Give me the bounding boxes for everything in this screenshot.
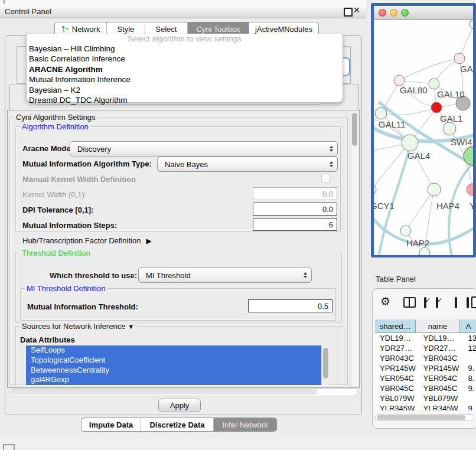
node-partial-bottom[interactable] xyxy=(419,247,430,255)
table-row[interactable]: YPR145WYPR145W9. xyxy=(375,363,476,373)
combo-arrows-icon xyxy=(330,159,333,169)
menu-item-dream8[interactable]: Dream8 DC_TDC Algorithm xyxy=(27,95,343,105)
settings-vertical-scrollbar-thumb[interactable] xyxy=(352,113,357,146)
table-horizontal-scrollbar[interactable] xyxy=(375,414,474,421)
cell-value: 9. xyxy=(464,403,476,410)
node-gcy1[interactable] xyxy=(374,184,376,195)
node-gal10[interactable] xyxy=(429,79,439,89)
top-strip xyxy=(0,0,366,5)
cell-name: YBL079W xyxy=(419,393,464,403)
aracne-mode-combo[interactable]: Discovery xyxy=(70,141,338,156)
network-tab-icon xyxy=(61,25,69,33)
float-window-button[interactable] xyxy=(344,8,353,17)
which-threshold-combo[interactable]: MI Threshold xyxy=(138,268,312,283)
cell-shared-name: YDL19… xyxy=(375,333,419,343)
node-label: Y xyxy=(470,201,473,211)
tab-infer-network[interactable]: Infer Network xyxy=(214,418,276,431)
apply-button[interactable]: Apply xyxy=(158,399,201,412)
data-attributes-list[interactable]: SelfLoops TopologicalCoefficient Between… xyxy=(26,345,330,385)
sources-title-text: Sources for Network Inference xyxy=(22,322,126,331)
column-header-partial[interactable]: A xyxy=(460,319,476,332)
threshold-definition-title: Threshold Definition xyxy=(20,249,92,257)
column-header-shared-name[interactable]: shared… xyxy=(375,319,416,332)
node-hap2[interactable] xyxy=(400,226,411,236)
mi-steps-field[interactable]: 6 xyxy=(253,218,337,231)
list-item-selfloops[interactable]: SelfLoops xyxy=(26,345,330,356)
settings-vertical-scrollbar[interactable] xyxy=(351,111,358,386)
list-item-gal4rgexp[interactable]: gal4RGexp xyxy=(26,375,330,385)
node-partial-top[interactable] xyxy=(470,20,473,29)
cell-name: YBR045C xyxy=(419,383,464,393)
mi-threshold-field[interactable]: 0.5 xyxy=(248,299,332,312)
mi-threshold-value: 0.5 xyxy=(318,302,328,311)
cyni-algorithm-settings-title: Cyni Algorithm Settings xyxy=(14,113,97,122)
list-item-betweennesscentrality[interactable]: BetweennessCentrality xyxy=(26,366,330,376)
hub-definition-toggle[interactable]: Hub/Transcription Factor Definition ▶ xyxy=(22,236,152,245)
tab-discretize-label: Discretize Data xyxy=(149,420,204,429)
tab-jactivemnodules-label: jActiveMNodules xyxy=(255,25,312,34)
node-gal80[interactable] xyxy=(394,75,405,86)
settings-horizontal-scrollbar-thumb[interactable] xyxy=(10,389,317,394)
node-gal1[interactable] xyxy=(431,102,442,113)
close-traffic-light[interactable] xyxy=(379,9,386,17)
kernel-width-field[interactable]: 0.0 xyxy=(253,187,337,200)
table-row[interactable]: YER054CYER054C8. xyxy=(375,373,476,383)
table-horizontal-scrollbar-thumb[interactable] xyxy=(377,415,465,420)
node-y-partial[interactable] xyxy=(467,184,473,195)
network-canvas[interactable]: GAL GAL80 GAL10 GAL1 GAL11 SWI4 GAL4 GCY… xyxy=(374,20,473,255)
select-all-checkbox-icon-2[interactable] xyxy=(436,297,438,308)
network-window-titlebar[interactable] xyxy=(374,6,473,20)
node-hap4[interactable] xyxy=(428,183,441,196)
list-item-topologicalcoefficient[interactable]: TopologicalCoefficient xyxy=(26,356,330,366)
cell-value: 9. xyxy=(464,383,476,393)
node-swi4[interactable] xyxy=(443,122,456,135)
tab-impute-data[interactable]: Impute Data xyxy=(81,418,141,431)
node-gal11[interactable] xyxy=(375,107,387,119)
column-header-name[interactable]: name xyxy=(416,319,460,332)
menu-item-bayesian-hill-climbing[interactable]: Bayesian – Hill Climbing xyxy=(27,44,343,54)
control-panel-title: Control Panel xyxy=(5,7,51,16)
select-all-checkbox-icon[interactable] xyxy=(424,297,426,308)
cell-value xyxy=(464,353,476,363)
node-gal-partial[interactable] xyxy=(454,53,465,64)
tab-select-label: Select xyxy=(155,25,177,34)
gear-icon[interactable]: ⚙ xyxy=(380,295,390,308)
kernel-width-label: Kernel Width (0,1): xyxy=(22,190,86,199)
tab-discretize-data[interactable]: Discretize Data xyxy=(141,418,214,431)
menu-item-basic-correlation[interactable]: Basic Correlation Inference xyxy=(27,54,343,64)
cell-name: YER054C xyxy=(419,373,464,383)
table-row[interactable]: YBR045CYBR045C9. xyxy=(375,383,476,393)
menu-item-bayesian-k2[interactable]: Bayesian – K2 xyxy=(27,85,343,95)
node-green-partial[interactable] xyxy=(464,146,473,165)
close-icon[interactable]: ✕ xyxy=(353,5,360,15)
hub-definition-label: Hub/Transcription Factor Definition xyxy=(22,236,141,245)
expanded-arrow-icon: ▼ xyxy=(128,323,134,330)
table-row[interactable]: YDL19…YDL19…13 xyxy=(375,333,476,343)
table-row[interactable]: YBL079WYBL079W xyxy=(375,393,476,403)
deselect-all-checkbox-icon[interactable] xyxy=(455,297,457,308)
algorithm-dropdown-popup: Select algorithm to view settings Bayesi… xyxy=(26,34,343,103)
partial-toolbar-icon[interactable] xyxy=(471,296,476,308)
sources-group-title[interactable]: Sources for Network Inference ▼ xyxy=(20,322,136,331)
dock-panel-icon[interactable] xyxy=(3,444,15,450)
minimize-traffic-light[interactable] xyxy=(390,9,397,17)
mi-algorithm-type-combo[interactable]: Naive Bayes xyxy=(157,156,338,172)
deselect-all-checkbox-icon-2[interactable] xyxy=(467,297,469,308)
node-gal4[interactable] xyxy=(402,135,418,151)
menu-item-aracne[interactable]: ARACNE Algorithm xyxy=(27,64,343,74)
table-row[interactable]: YBR043CYBR043C xyxy=(375,353,476,363)
manual-kernel-width-checkbox[interactable] xyxy=(321,174,330,182)
zoom-traffic-light[interactable] xyxy=(401,9,409,17)
mi-algorithm-type-label: Mutual Information Algorithm Type: xyxy=(22,159,152,168)
columns-icon[interactable] xyxy=(403,297,416,308)
dpi-tolerance-field[interactable]: 0.0 xyxy=(253,203,337,216)
aracne-mode-value: Discovery xyxy=(70,145,330,154)
cell-name: YBR043C xyxy=(419,353,464,363)
algorithm-dropdown-placeholder: Select algorithm to view settings xyxy=(27,34,343,44)
table-row[interactable]: YDR27…YDR27…12 xyxy=(375,343,476,353)
table-row[interactable]: YLR345WYLR345W9. xyxy=(375,403,476,410)
attributes-list-scrollbar-thumb[interactable] xyxy=(323,348,328,379)
dpi-tolerance-value: 0.0 xyxy=(322,205,333,214)
menu-item-mutual-information[interactable]: Mutual Information Inference xyxy=(27,74,343,84)
node-label: SWI4 xyxy=(451,137,472,147)
